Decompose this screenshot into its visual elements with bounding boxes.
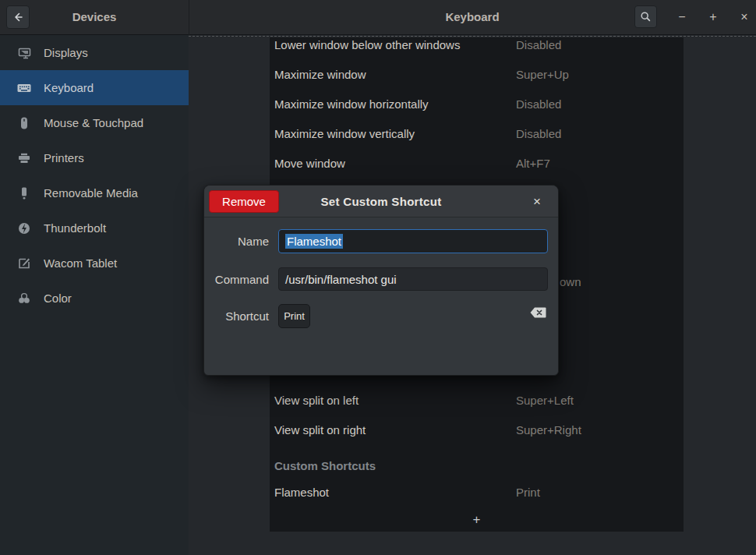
sidebar-item-label: Displays [44, 46, 88, 59]
mouse-icon [17, 116, 31, 130]
close-button[interactable]: × [729, 0, 756, 34]
shortcut-label: View split on left [274, 394, 359, 407]
thunderbolt-icon [17, 221, 31, 235]
removable-media-icon [17, 186, 31, 200]
sidebar-item-printers[interactable]: Printers [0, 140, 189, 175]
shortcut-value: Print [516, 486, 540, 499]
shortcut-value: Alt+F7 [516, 157, 550, 170]
sidebar-item-label: Keyboard [44, 81, 94, 94]
shortcut-key-button[interactable]: Print [278, 304, 310, 328]
shortcut-label: Lower window below other windows [274, 38, 460, 51]
shortcut-value: Disabled [516, 97, 561, 111]
sidebar-item-removable-media[interactable]: Removable Media [0, 175, 189, 210]
command-input[interactable]: /usr/bin/flameshot gui [278, 267, 548, 291]
sidebar-item-label: Thunderbolt [44, 221, 106, 235]
shortcut-value: Super+Up [516, 68, 569, 81]
sidebar-header-title: Devices [0, 0, 189, 34]
sidebar-item-label: Mouse & Touchpad [44, 116, 143, 129]
close-icon: × [533, 194, 541, 210]
shortcut-label: Shortcut [204, 309, 269, 323]
sidebar-item-thunderbolt[interactable]: Thunderbolt [0, 210, 189, 246]
sidebar-item-label: Removable Media [44, 186, 138, 200]
command-label: Command [204, 273, 269, 286]
name-label: Name [204, 235, 269, 248]
dialog-titlebar: Set Custom Shortcut Remove × [204, 186, 558, 217]
display-icon [17, 46, 31, 60]
sidebar: Displays Keyboard Mouse & Touc [0, 35, 189, 555]
search-icon [640, 11, 652, 23]
shortcut-row[interactable]: View split on right Super+Right [270, 415, 684, 444]
command-field-row: Command /usr/bin/flameshot gui [204, 267, 560, 291]
shortcut-row[interactable]: Maximize window vertically Disabled [270, 118, 684, 148]
add-shortcut-button[interactable]: + [270, 505, 684, 532]
shortcut-row[interactable]: Maximize window Super+Up [270, 59, 684, 89]
command-text: /usr/bin/flameshot gui [285, 273, 397, 286]
maximize-button[interactable]: + [698, 0, 729, 34]
keyboard-icon [17, 81, 31, 95]
custom-shortcuts-section-title: Custom Shortcuts [274, 451, 680, 480]
shortcut-row[interactable]: Lower window below other windows Disable… [270, 37, 684, 59]
color-icon [17, 292, 31, 306]
sidebar-item-wacom-tablet[interactable]: Wacom Tablet [0, 246, 189, 281]
shortcut-row[interactable]: Move window Alt+F7 [270, 148, 684, 178]
dialog-close-button[interactable]: × [524, 186, 550, 217]
shortcut-label: Maximize window [274, 68, 366, 81]
plus-icon: + [473, 512, 481, 528]
shortcut-row[interactable]: Maximize window horizontally Disabled [270, 89, 684, 118]
custom-shortcut-row[interactable]: Flameshot Print [270, 477, 684, 507]
remove-button[interactable]: Remove [209, 190, 279, 213]
focus-outline [189, 36, 756, 37]
shortcut-label: View split on right [274, 423, 366, 437]
search-button[interactable] [634, 5, 657, 28]
selected-text: Flameshot [285, 234, 343, 249]
name-input[interactable]: Flameshot [278, 229, 548, 253]
shortcut-value-partial: own [560, 267, 581, 296]
shortcut-value: Super+Left [516, 394, 574, 407]
sidebar-item-mouse-touchpad[interactable]: Mouse & Touchpad [0, 105, 189, 140]
wacom-tablet-icon [17, 256, 31, 270]
shortcut-label: Maximize window horizontally [274, 97, 429, 111]
sidebar-item-label: Color [44, 292, 72, 305]
sidebar-item-label: Wacom Tablet [44, 256, 117, 270]
shortcut-field-row: Shortcut Print [204, 304, 560, 328]
header-bar: Devices Keyboard − + × [0, 0, 756, 35]
shortcut-value: Super+Right [516, 423, 581, 437]
sidebar-item-keyboard[interactable]: Keyboard [0, 70, 189, 105]
backspace-clear-icon[interactable] [530, 307, 546, 318]
shortcut-label: Maximize window vertically [274, 127, 415, 140]
shortcut-row[interactable]: View split on left Super+Left [270, 385, 684, 415]
minimize-button[interactable]: − [666, 0, 698, 34]
shortcut-value: Disabled [516, 38, 561, 51]
shortcut-label: Flameshot [274, 486, 329, 499]
sidebar-item-label: Printers [44, 151, 84, 164]
sidebar-item-displays[interactable]: Displays [0, 35, 189, 70]
name-field-row: Name Flameshot [204, 229, 560, 253]
shortcut-value: Disabled [516, 127, 561, 140]
printer-icon [17, 151, 31, 165]
set-custom-shortcut-dialog: Set Custom Shortcut Remove × Name Flames… [203, 185, 559, 376]
sidebar-item-color[interactable]: Color [0, 281, 189, 316]
window-controls: − + × [666, 0, 756, 34]
shortcut-label: Move window [274, 157, 345, 170]
